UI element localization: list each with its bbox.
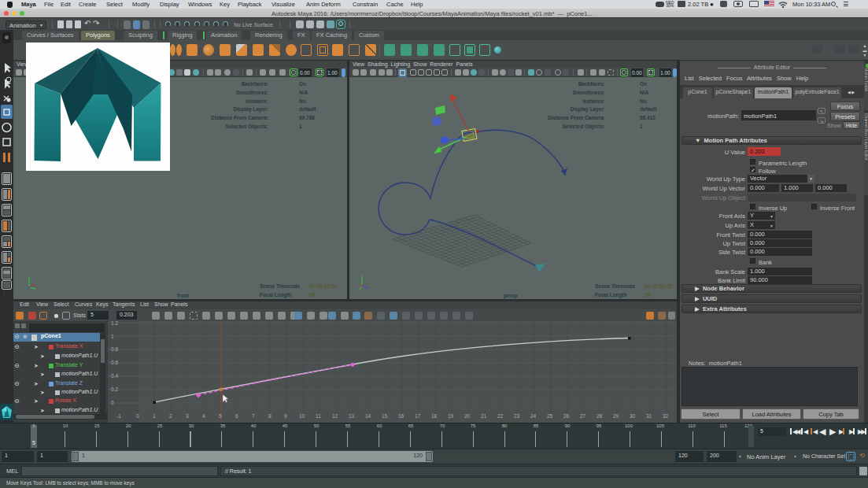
svg-text:26: 26 bbox=[563, 413, 570, 419]
svg-text:12: 12 bbox=[332, 413, 338, 419]
svg-text:30: 30 bbox=[630, 413, 636, 419]
svg-text:5: 5 bbox=[219, 413, 222, 419]
svg-text:16: 16 bbox=[398, 413, 404, 419]
svg-text:19: 19 bbox=[448, 413, 454, 419]
svg-text:-1: -1 bbox=[116, 413, 121, 419]
svg-text:0.2: 0.2 bbox=[111, 386, 118, 392]
svg-text:29: 29 bbox=[613, 413, 619, 419]
svg-text:27: 27 bbox=[580, 413, 586, 419]
svg-text:0.4: 0.4 bbox=[111, 373, 118, 379]
svg-text:0.8: 0.8 bbox=[111, 346, 118, 352]
svg-text:32: 32 bbox=[663, 413, 669, 419]
svg-text:1: 1 bbox=[111, 334, 114, 339]
svg-text:17: 17 bbox=[415, 413, 421, 419]
svg-text:13: 13 bbox=[349, 413, 355, 419]
svg-text:23: 23 bbox=[514, 413, 520, 419]
svg-text:7: 7 bbox=[252, 413, 255, 419]
svg-text:20: 20 bbox=[464, 413, 471, 419]
svg-text:31: 31 bbox=[646, 413, 652, 419]
svg-text:18: 18 bbox=[431, 413, 438, 419]
svg-text:28: 28 bbox=[597, 413, 603, 419]
svg-text:21: 21 bbox=[481, 413, 487, 419]
svg-text:11: 11 bbox=[316, 413, 321, 419]
svg-text:25: 25 bbox=[547, 413, 553, 419]
svg-text:10: 10 bbox=[299, 413, 305, 419]
svg-text:1: 1 bbox=[153, 413, 156, 419]
svg-text:3: 3 bbox=[186, 413, 189, 419]
svg-text:6: 6 bbox=[235, 413, 238, 419]
svg-text:4: 4 bbox=[202, 413, 205, 419]
svg-text:14: 14 bbox=[365, 413, 371, 419]
svg-text:1.2: 1.2 bbox=[111, 321, 118, 326]
svg-text:9: 9 bbox=[284, 413, 287, 419]
svg-text:0: 0 bbox=[111, 400, 114, 405]
svg-text:0.6: 0.6 bbox=[111, 360, 118, 365]
svg-text:24: 24 bbox=[530, 413, 537, 419]
svg-text:8: 8 bbox=[268, 413, 271, 419]
svg-text:22: 22 bbox=[497, 413, 504, 419]
svg-text:0: 0 bbox=[136, 413, 139, 419]
svg-text:15: 15 bbox=[382, 413, 388, 419]
svg-text:2: 2 bbox=[169, 413, 172, 419]
